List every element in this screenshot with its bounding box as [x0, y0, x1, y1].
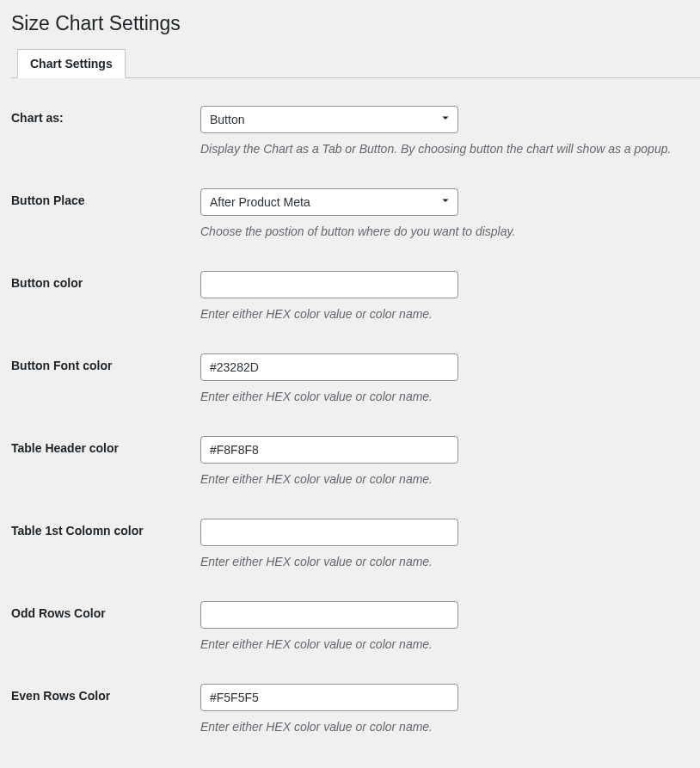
- label-table-header-color: Table Header color: [11, 436, 200, 486]
- select-chart-as[interactable]: Button: [200, 106, 458, 133]
- tab-wrapper: Chart Settings: [11, 49, 700, 78]
- input-button-color[interactable]: [200, 271, 458, 298]
- field-row-chart-as: Chart as: Button Display the Chart as a …: [0, 95, 700, 178]
- control-button-font-color: Enter either HEX color value or color na…: [200, 353, 700, 403]
- control-button-color: Enter either HEX color value or color na…: [200, 271, 700, 321]
- label-table-first-column-color: Table 1st Colomn color: [11, 519, 200, 568]
- field-row-button-color: Button color Enter either HEX color valu…: [0, 261, 700, 343]
- field-row-table-border: Table Border Enable if do you want to us…: [0, 756, 700, 768]
- help-table-first-column-color: Enter either HEX color value or color na…: [200, 555, 700, 568]
- control-even-rows-color: Enter either HEX color value or color na…: [200, 684, 700, 734]
- label-chart-as: Chart as:: [11, 106, 200, 156]
- input-table-first-column-color[interactable]: [200, 519, 458, 546]
- label-button-place: Button Place: [11, 188, 200, 238]
- field-row-odd-rows-color: Odd Rows Color Enter either HEX color va…: [0, 591, 700, 673]
- settings-form: Chart as: Button Display the Chart as a …: [0, 95, 700, 768]
- label-even-rows-color: Even Rows Color: [11, 684, 200, 734]
- label-odd-rows-color: Odd Rows Color: [11, 601, 200, 651]
- label-button-color: Button color: [11, 271, 200, 321]
- input-button-font-color[interactable]: [200, 353, 458, 381]
- field-row-table-header-color: Table Header color Enter either HEX colo…: [0, 426, 700, 508]
- control-table-header-color: Enter either HEX color value or color na…: [200, 436, 700, 486]
- control-button-place: After Product Meta Choose the postion of…: [200, 188, 700, 238]
- page-title: Size Chart Settings: [0, 0, 700, 42]
- help-chart-as: Display the Chart as a Tab or Button. By…: [200, 142, 700, 156]
- label-button-font-color: Button Font color: [11, 353, 200, 403]
- help-button-font-color: Enter either HEX color value or color na…: [200, 390, 700, 403]
- field-row-even-rows-color: Even Rows Color Enter either HEX color v…: [0, 673, 700, 756]
- tab-chart-settings[interactable]: Chart Settings: [17, 49, 126, 78]
- control-table-first-column-color: Enter either HEX color value or color na…: [200, 519, 700, 568]
- input-even-rows-color[interactable]: [200, 684, 458, 711]
- select-button-place[interactable]: After Product Meta: [200, 188, 458, 216]
- control-chart-as: Button Display the Chart as a Tab or But…: [200, 106, 700, 156]
- control-odd-rows-color: Enter either HEX color value or color na…: [200, 601, 700, 651]
- help-table-header-color: Enter either HEX color value or color na…: [200, 472, 700, 486]
- input-odd-rows-color[interactable]: [200, 601, 458, 629]
- input-table-header-color[interactable]: [200, 436, 458, 464]
- field-row-table-first-column-color: Table 1st Colomn color Enter either HEX …: [0, 508, 700, 591]
- help-button-color: Enter either HEX color value or color na…: [200, 307, 700, 321]
- field-row-button-font-color: Button Font color Enter either HEX color…: [0, 343, 700, 426]
- help-odd-rows-color: Enter either HEX color value or color na…: [200, 637, 700, 651]
- field-row-button-place: Button Place After Product Meta Choose t…: [0, 178, 700, 261]
- help-even-rows-color: Enter either HEX color value or color na…: [200, 720, 700, 734]
- help-button-place: Choose the postion of button where do yo…: [200, 224, 700, 238]
